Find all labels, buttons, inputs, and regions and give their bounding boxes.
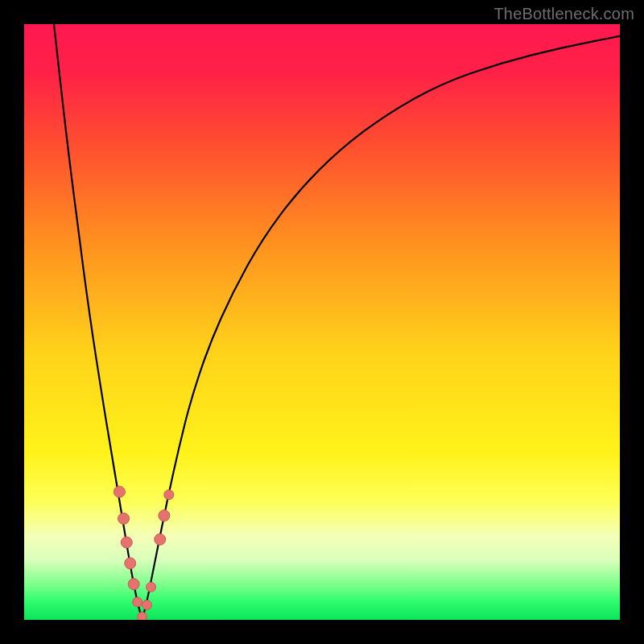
chart-frame: TheBottleneck.com xyxy=(0,0,644,644)
data-marker xyxy=(128,579,139,590)
data-marker xyxy=(142,601,151,610)
data-marker xyxy=(147,582,156,592)
data-marker xyxy=(114,486,125,497)
data-marker xyxy=(125,558,136,569)
data-marker xyxy=(133,597,142,607)
bottleneck-chart xyxy=(24,24,620,620)
attribution-label: TheBottleneck.com xyxy=(493,5,634,23)
data-marker xyxy=(159,510,170,522)
data-marker xyxy=(118,513,130,524)
data-marker xyxy=(138,612,147,620)
data-marker xyxy=(164,490,174,500)
plot-area xyxy=(24,24,620,620)
gradient-background xyxy=(24,24,620,620)
data-marker xyxy=(121,537,132,548)
data-marker xyxy=(155,534,166,545)
